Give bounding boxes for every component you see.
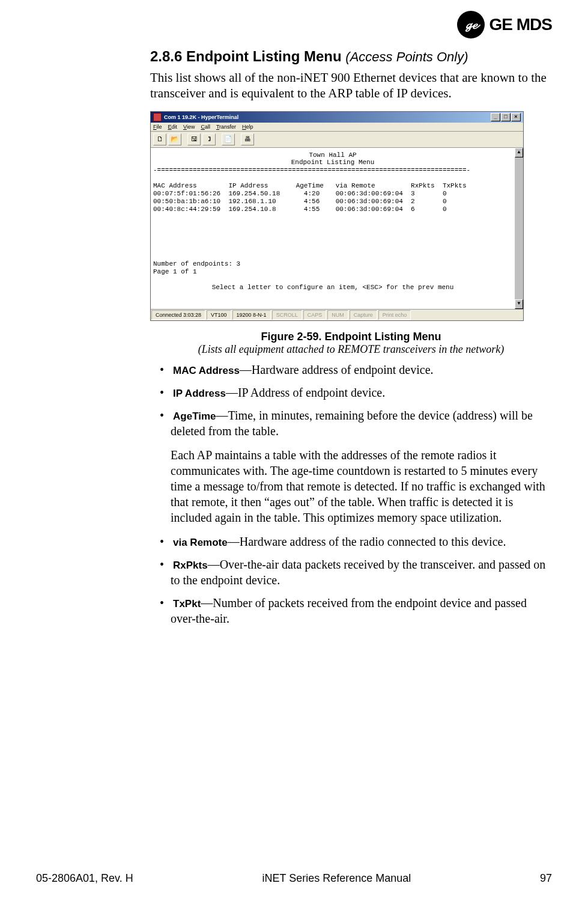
section-qualifier: (Access Points Only) [345,49,468,64]
call-icon[interactable]: 🕽 [202,133,216,145]
term-divider: -=======================================… [153,166,470,174]
toolbar: 🗋 📂 🖫 🕽 📄 🖶 [151,132,523,148]
def-text-rxpkts: —Over-the-air data packets received by t… [171,558,545,587]
menu-file[interactable]: File [153,124,162,130]
hyperterminal-window: Com 1 19.2K - HyperTerminal _ □ × File E… [150,111,524,321]
section-heading: 2.8.6 Endpoint Listing Menu (Access Poin… [150,48,552,65]
def-label-agetime: AgeTime [173,411,216,422]
new-icon[interactable]: 🗋 [153,133,166,145]
menu-edit[interactable]: Edit [168,124,178,130]
status-emulation: VT100 [207,310,231,320]
intro-paragraph: This list shows all of the non-iNET 900 … [150,70,552,102]
def-mac-address: MAC Address—Hardware address of endpoint… [150,362,552,377]
agetime-paragraph: Each AP maintains a table with the addre… [171,447,552,525]
section-number: 2.8.6 [150,48,182,64]
def-label-mac: MAC Address [173,365,240,376]
app-icon [153,113,162,121]
figure-caption: Figure 2-59. Endpoint Listing Menu [150,331,552,343]
ge-monogram-icon: 𝓰𝓮 [457,11,485,38]
term-header-2: Endpoint Listing Menu [153,159,512,166]
def-agetime: AgeTime—Time, in minutes, remaining befo… [150,408,552,439]
def-text-mac: —Hardware address of endpoint device. [240,363,434,376]
def-label-ip: IP Address [173,388,226,399]
def-text-ip: —IP Address of endpoint device. [226,386,385,399]
scrollbar[interactable]: ▲ ▼ [515,148,523,309]
term-page: Page 1 of 1 [153,268,197,275]
open-icon[interactable]: 📂 [168,133,181,145]
status-connection: Connected 3:03:28 [151,310,205,320]
menu-help[interactable]: Help [242,124,253,130]
term-row-2: 00:40:8c:44:29:59 169.254.10.8 4:55 00:0… [153,206,446,213]
def-ip-address: IP Address—IP Address of endpoint device… [150,385,552,400]
status-caps: CAPS [303,310,327,320]
window-titlebar: Com 1 19.2K - HyperTerminal _ □ × [151,112,523,123]
status-echo: Print echo [378,310,411,320]
footer-doc-id: 05-2806A01, Rev. H [36,872,133,885]
scroll-up-icon[interactable]: ▲ [515,148,523,157]
terminal-body: Town Hall APEndpoint Listing Menu-======… [151,148,515,309]
term-header-1: Town Hall AP [153,151,512,159]
footer-title: iNET Series Reference Manual [262,872,411,885]
maximize-button[interactable]: □ [501,113,511,121]
def-label-rxpkts: RxPkts [173,560,208,571]
def-label-viaremote: via Remote [173,537,228,548]
definitions-list-2: via Remote—Hardware address of the radio… [150,534,552,626]
def-rxpkts: RxPkts—Over-the-air data packets receive… [150,557,552,588]
term-hint: Select a letter to configure an item, <E… [153,284,512,292]
def-text-agetime: —Time, in minutes, remaining before the … [171,409,533,438]
scroll-down-icon[interactable]: ▼ [515,299,523,309]
paste-icon[interactable]: 📄 [222,133,235,145]
footer-page-number: 97 [540,872,552,885]
menu-call[interactable]: Call [201,124,210,130]
menu-bar: File Edit View Call Transfer Help [151,123,523,132]
term-row-1: 00:50:ba:1b:a6:10 192.168.1.10 4:56 00:0… [153,198,446,205]
minimize-button[interactable]: _ [491,113,500,121]
page-footer: 05-2806A01, Rev. H iNET Series Reference… [36,872,552,885]
status-capture: Capture [350,310,377,320]
brand-logo: 𝓰𝓮 GE MDS [457,11,552,38]
properties-icon[interactable]: 🖶 [241,133,254,145]
window-title: Com 1 19.2K - HyperTerminal [164,114,238,120]
def-txpkt: TxPkt—Number of packets received from th… [150,595,552,626]
menu-view[interactable]: View [183,124,195,130]
menu-transfer[interactable]: Transfer [216,124,236,130]
status-bar: Connected 3:03:28 VT100 19200 8-N-1 SCRO… [151,309,523,320]
term-row-0: 00:07:5f:01:56:26 169.254.50.18 4:20 00:… [153,190,446,197]
section-title: Endpoint Listing Menu [186,48,342,64]
figure-subcaption: (Lists all equipment attached to REMOTE … [150,343,552,356]
status-speed: 19200 8-N-1 [232,310,271,320]
close-button[interactable]: × [511,113,521,121]
save-icon[interactable]: 🖫 [187,133,201,145]
def-via-remote: via Remote—Hardware address of the radio… [150,534,552,549]
brand-text: GE MDS [489,15,552,34]
def-text-viaremote: —Hardware address of the radio connected… [228,535,506,548]
def-label-txpkt: TxPkt [173,598,201,609]
status-num: NUM [327,310,348,320]
term-endpoint-count: Number of endpoints: 3 [153,260,240,267]
definitions-list: MAC Address—Hardware address of endpoint… [150,362,552,439]
term-column-headers: MAC Address IP Address AgeTime via Remot… [153,182,467,189]
def-text-txpkt: —Number of packets received from the end… [171,596,527,625]
status-scroll: SCROLL [272,310,302,320]
